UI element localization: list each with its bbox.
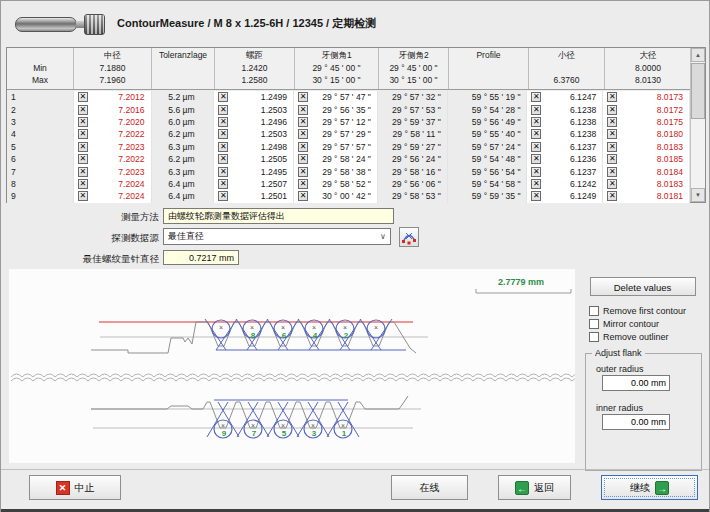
svg-text:×: × xyxy=(311,422,315,429)
svg-text:×: × xyxy=(221,422,225,429)
svg-text:×: × xyxy=(374,324,378,331)
svg-text:×: × xyxy=(219,324,223,331)
measure-checkbox[interactable]: ✕ xyxy=(218,105,228,115)
measure-checkbox[interactable]: ✕ xyxy=(607,117,617,127)
measure-checkbox[interactable]: ✕ xyxy=(298,154,308,164)
measure-checkbox[interactable]: ✕ xyxy=(298,105,308,115)
measure-checkbox[interactable]: ✕ xyxy=(218,179,228,189)
measure-checkbox[interactable]: ✕ xyxy=(218,117,228,127)
measure-method-field[interactable] xyxy=(163,208,394,224)
scrollbar-thumb[interactable] xyxy=(691,63,705,119)
measure-checkbox[interactable]: ✕ xyxy=(607,154,617,164)
measure-checkbox[interactable]: ✕ xyxy=(298,142,308,152)
mirror-contour-checkbox[interactable]: Mirror contour xyxy=(589,317,706,330)
cell-profile: 59 ° 54 ' 48 " xyxy=(448,153,528,165)
measure-checkbox[interactable]: ✕ xyxy=(607,92,617,102)
measure-checkbox[interactable]: ✕ xyxy=(218,167,228,177)
svg-text:8: 8 xyxy=(251,331,256,340)
cell-fa1: ✕29 ° 58 ' 52 " xyxy=(294,178,378,190)
measure-checkbox[interactable]: ✕ xyxy=(531,191,541,201)
probe-source-dropdown[interactable]: 最佳直径 ∨ xyxy=(163,228,391,245)
online-button[interactable]: 在线 xyxy=(391,475,468,500)
best-wire-diameter-field[interactable] xyxy=(163,250,239,265)
abort-button[interactable]: ✕ 中止 xyxy=(29,475,121,500)
measure-checkbox[interactable]: ✕ xyxy=(298,179,308,189)
measure-checkbox[interactable]: ✕ xyxy=(298,117,308,127)
measure-checkbox[interactable]: ✕ xyxy=(298,191,308,201)
measure-checkbox[interactable]: ✕ xyxy=(78,191,88,201)
table-row[interactable]: 6✕7.20226.2 µm✕1.2505✕29 ° 58 ' 24 "29 °… xyxy=(7,153,690,165)
cell-tol: 6.4 µm xyxy=(152,178,215,190)
measure-checkbox[interactable]: ✕ xyxy=(298,92,308,102)
measure-checkbox[interactable]: ✕ xyxy=(78,117,88,127)
svg-text:6: 6 xyxy=(282,331,287,340)
outer-radius-field[interactable] xyxy=(602,375,670,391)
measure-checkbox[interactable]: ✕ xyxy=(298,129,308,139)
measure-checkbox[interactable]: ✕ xyxy=(78,142,88,152)
measure-checkbox[interactable]: ✕ xyxy=(78,179,88,189)
table-row[interactable]: 1✕7.20125.2 µm✕1.2499✕29 ° 57 ' 47 "29 °… xyxy=(7,91,690,103)
measure-checkbox[interactable]: ✕ xyxy=(531,105,541,115)
probe-source-value: 最佳直径 xyxy=(168,230,204,243)
cell-tol: 6.2 µm xyxy=(152,128,215,140)
table-row[interactable]: 2✕7.20165.6 µm✕1.2503✕29 ° 56 ' 35 "29 °… xyxy=(7,103,690,115)
measure-checkbox[interactable]: ✕ xyxy=(607,105,617,115)
cell-num: 2 xyxy=(7,103,74,115)
column-header-num: MinMax xyxy=(7,48,74,89)
delete-values-button[interactable]: Delete values xyxy=(590,277,696,296)
measure-checkbox[interactable]: ✕ xyxy=(531,167,541,177)
table-row[interactable]: 8✕7.20246.4 µm✕1.2507✕29 ° 58 ' 52 "29 °… xyxy=(7,178,690,190)
cell-pitch: ✕1.2507 xyxy=(214,178,294,190)
measure-checkbox[interactable]: ✕ xyxy=(78,167,88,177)
checkbox-icon xyxy=(589,306,599,316)
measure-checkbox[interactable]: ✕ xyxy=(531,142,541,152)
measure-checkbox[interactable]: ✕ xyxy=(607,142,617,152)
measure-checkbox[interactable]: ✕ xyxy=(78,92,88,102)
thread-plug-gauge-icon xyxy=(15,11,107,37)
measure-checkbox[interactable]: ✕ xyxy=(218,142,228,152)
cell-d2: ✕7.2024 xyxy=(74,178,152,190)
inner-radius-field[interactable] xyxy=(602,414,670,430)
cell-fa1: ✕29 ° 58 ' 38 " xyxy=(294,165,378,177)
measure-checkbox[interactable]: ✕ xyxy=(531,92,541,102)
table-row[interactable]: 4✕7.20226.2 µm✕1.2503✕29 ° 57 ' 29 "29 °… xyxy=(7,128,690,140)
recalculate-points-button[interactable] xyxy=(399,227,419,247)
cell-num: 3 xyxy=(7,116,74,128)
measure-checkbox[interactable]: ✕ xyxy=(607,167,617,177)
measure-checkbox[interactable]: ✕ xyxy=(531,154,541,164)
cell-num: 9 xyxy=(7,190,74,202)
measure-checkbox[interactable]: ✕ xyxy=(218,191,228,201)
measure-checkbox[interactable]: ✕ xyxy=(607,191,617,201)
measure-checkbox[interactable]: ✕ xyxy=(218,154,228,164)
cell-pitch: ✕1.2496 xyxy=(214,116,294,128)
svg-text:×: × xyxy=(312,324,316,331)
measure-checkbox[interactable]: ✕ xyxy=(78,129,88,139)
table-row[interactable]: 5✕7.20236.3 µm✕1.2498✕29 ° 57 ' 57 "29 °… xyxy=(7,141,690,153)
lower-contour xyxy=(91,396,408,428)
measure-checkbox[interactable]: ✕ xyxy=(531,117,541,127)
measure-checkbox[interactable]: ✕ xyxy=(78,154,88,164)
measure-checkbox[interactable]: ✕ xyxy=(531,179,541,189)
measure-checkbox[interactable]: ✕ xyxy=(607,129,617,139)
measure-checkbox[interactable]: ✕ xyxy=(78,105,88,115)
remove-first-contour-checkbox[interactable]: Remove first contour xyxy=(589,304,706,317)
scroll-down-icon[interactable]: ▼ xyxy=(691,188,705,202)
svg-text:×: × xyxy=(281,422,285,429)
cell-tol: 5.2 µm xyxy=(152,91,215,103)
measure-checkbox[interactable]: ✕ xyxy=(218,129,228,139)
arrow-right-icon: → xyxy=(655,481,669,495)
cell-fa2: 29 ° 57 ' 53 " xyxy=(378,103,448,115)
table-row[interactable]: 9✕7.20246.4 µm✕1.2501✕30 ° 00 ' 42 "29 °… xyxy=(7,190,690,202)
table-scrollbar[interactable]: ▲ ▼ xyxy=(690,48,705,202)
measurement-table: MinMax中径7.18807.1960Toleranzlage螺距1.2420… xyxy=(6,47,706,203)
table-row[interactable]: 3✕7.20206.0 µm✕1.2496✕29 ° 57 ' 12 "29 °… xyxy=(7,116,690,128)
measure-checkbox[interactable]: ✕ xyxy=(607,179,617,189)
back-button[interactable]: ← 返回 xyxy=(498,475,571,500)
scroll-up-icon[interactable]: ▲ xyxy=(691,48,705,62)
remove-outliner-checkbox[interactable]: Remove outliner xyxy=(589,330,706,343)
continue-button[interactable]: 继续 → xyxy=(601,475,698,500)
measure-checkbox[interactable]: ✕ xyxy=(531,129,541,139)
table-row[interactable]: 7✕7.20236.3 µm✕1.2495✕29 ° 58 ' 38 "29 °… xyxy=(7,165,690,177)
measure-checkbox[interactable]: ✕ xyxy=(218,92,228,102)
measure-checkbox[interactable]: ✕ xyxy=(298,167,308,177)
